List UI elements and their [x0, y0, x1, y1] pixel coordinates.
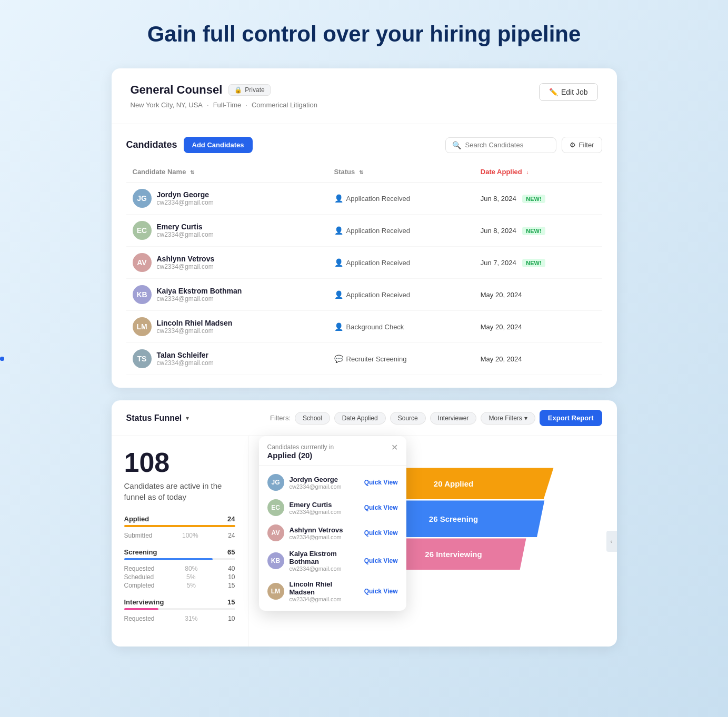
status-icon: 👤	[334, 194, 343, 203]
job-specialty: Commerical Litigation	[252, 101, 317, 109]
stat-sub-row: Completed 5% 15	[124, 581, 235, 590]
status-label: Recruiter Screening	[346, 355, 407, 363]
stat-sub-label: Completed	[124, 582, 155, 589]
candidates-title-row: Candidates Add Candidates	[126, 137, 253, 153]
table-row[interactable]: AV Ashlynn Vetrovs cw2334@gmail.com 👤 Ap…	[126, 247, 602, 279]
candidate-email: cw2334@gmail.com	[157, 263, 215, 270]
quick-view-button[interactable]: Quick View	[364, 529, 398, 537]
more-filters-chevron-icon: ▾	[524, 415, 527, 422]
more-filters-button[interactable]: More Filters ▾	[481, 412, 535, 425]
avatar: JG	[133, 189, 152, 208]
status-icon: 👤	[334, 290, 343, 299]
edit-job-button[interactable]: ✏️ Edit Job	[539, 83, 598, 101]
stat-label: Applied	[124, 515, 149, 523]
filter-button[interactable]: ⚙ Filter	[562, 137, 602, 153]
candidate-email: cw2334@gmail.com	[157, 199, 214, 206]
col-status[interactable]: Status ⇅	[328, 164, 474, 183]
candidate-info: Talan Schleifer cw2334@gmail.com	[157, 351, 214, 367]
candidates-section: Candidates Add Candidates 🔍 ⚙ Filter Can…	[112, 124, 617, 388]
candidate-name: Emery Curtis	[157, 223, 214, 231]
filter-tag-source[interactable]: Source	[390, 412, 426, 425]
date-cell: May 20, 2024	[474, 279, 602, 311]
popup-candidate-info: Kaiya Ekstrom Bothman cw2334@gmail.com	[290, 550, 359, 572]
popup-close-button[interactable]: ✕	[391, 443, 398, 452]
status-cell: 👤 Background Check	[334, 322, 468, 331]
candidate-cell: LM Lincoln Rhiel Madsen cw2334@gmail.com	[133, 317, 322, 336]
private-badge: 🔒 Private	[228, 84, 270, 96]
table-row[interactable]: LM Lincoln Rhiel Madsen cw2334@gmail.com…	[126, 311, 602, 343]
funnel-count: 108	[124, 449, 235, 476]
stat-sub-count: 40	[228, 565, 235, 572]
quick-view-button[interactable]: Quick View	[364, 588, 398, 595]
table-row[interactable]: KB Kaiya Ekstrom Bothman cw2334@gmail.co…	[126, 279, 602, 311]
popup-title: Applied (20)	[267, 451, 334, 460]
more-filters-label: More Filters	[488, 415, 522, 422]
candidate-cell: TS Talan Schleifer cw2334@gmail.com	[133, 349, 322, 368]
popup-list-item[interactable]: LM Lincoln Rhiel Madsen cw2334@gmail.com…	[259, 576, 406, 607]
job-location: New York City, NY, USA	[131, 101, 203, 109]
candidate-email: cw2334@gmail.com	[157, 359, 214, 367]
funnel-visual-area: Candidates currrently in Applied (20) ✕ …	[248, 436, 617, 647]
popup-list-item[interactable]: AV Ashlynn Vetrovs cw2334@gmail.com Quic…	[259, 520, 406, 546]
stat-sub-label: Requested	[124, 565, 155, 572]
popup-list-item[interactable]: KB Kaiya Ekstrom Bothman cw2334@gmail.co…	[259, 546, 406, 576]
candidates-section-title: Candidates	[126, 139, 177, 150]
popup-list-item[interactable]: EC Emery Curtis cw2334@gmail.com Quick V…	[259, 495, 406, 520]
search-input[interactable]	[465, 141, 550, 149]
filter-tag-date-applied[interactable]: Date Applied	[334, 412, 386, 425]
job-card: General Counsel 🔒 Private New York City,…	[112, 68, 617, 388]
candidate-cell: AV Ashlynn Vetrovs cw2334@gmail.com	[133, 253, 322, 272]
job-title: General Counsel	[131, 83, 223, 97]
col-date[interactable]: Date Applied ↓	[474, 164, 602, 183]
stat-count: 65	[227, 548, 235, 556]
stat-sub-row: Scheduled 5% 10	[124, 573, 235, 581]
filters-row: Filters: SchoolDate AppliedSourceIntervi…	[270, 410, 602, 426]
stat-sub-pct: 5%	[186, 573, 195, 581]
sort-date-icon: ↓	[526, 169, 528, 175]
quick-view-button[interactable]: Quick View	[364, 479, 398, 486]
quick-view-button[interactable]: Quick View	[364, 504, 398, 511]
status-label: Application Received	[346, 291, 410, 299]
col-name[interactable]: Candidate Name ⇅	[126, 164, 328, 183]
status-cell: 👤 Application Received	[334, 226, 468, 235]
export-report-button[interactable]: Export Report	[540, 410, 602, 426]
filter-label: Filter	[579, 141, 594, 149]
stat-group-header: Interviewing 15	[124, 598, 235, 606]
stat-sub-pct: 5%	[187, 582, 196, 589]
table-row[interactable]: TS Talan Schleifer cw2334@gmail.com 💬 Re…	[126, 343, 602, 375]
candidate-info: Emery Curtis cw2334@gmail.com	[157, 223, 214, 238]
add-candidates-button[interactable]: Add Candidates	[184, 137, 253, 153]
dot-separator-2: ·	[245, 101, 247, 109]
funnel-title-row: Status Funnel ▾	[126, 413, 190, 423]
job-type: Full-Time	[213, 101, 242, 109]
quick-view-button[interactable]: Quick View	[364, 557, 398, 564]
candidate-email: cw2334@gmail.com	[157, 327, 233, 335]
search-filter-row: 🔍 ⚙ Filter	[445, 137, 602, 153]
filter-tag-school[interactable]: School	[295, 412, 330, 425]
popup-candidate-email: cw2334@gmail.com	[290, 509, 359, 515]
popup-list-item[interactable]: JG Jordyn George cw2334@gmail.com Quick …	[259, 470, 406, 495]
stat-bar-container	[124, 558, 235, 560]
candidate-cell: KB Kaiya Ekstrom Bothman cw2334@gmail.co…	[133, 285, 322, 304]
table-row[interactable]: EC Emery Curtis cw2334@gmail.com 👤 Appli…	[126, 215, 602, 247]
candidate-cell: JG Jordyn George cw2334@gmail.com	[133, 189, 322, 208]
stat-bar	[124, 558, 213, 560]
candidate-info: Ashlynn Vetrovs cw2334@gmail.com	[157, 255, 215, 270]
funnel-body: 108 Candidates are active in the funnel …	[112, 436, 617, 647]
date-cell: Jun 8, 2024 NEW!	[474, 183, 602, 215]
scroll-handle[interactable]: ‹	[606, 531, 617, 552]
stat-sub-pct: 31%	[185, 615, 197, 622]
job-title-row: General Counsel 🔒 Private	[131, 83, 317, 97]
date-cell: May 20, 2024	[474, 343, 602, 375]
funnel-chevron-icon[interactable]: ▾	[186, 415, 189, 422]
status-cell: 💬 Recruiter Screening	[334, 355, 468, 363]
sort-name-icon: ⇅	[190, 169, 194, 175]
status-icon: 👤	[334, 258, 343, 267]
candidates-table: Candidate Name ⇅ Status ⇅ Date Applied ↓	[126, 164, 602, 375]
avatar: TS	[133, 349, 152, 368]
filter-tag-interviewer[interactable]: Interviewer	[430, 412, 477, 425]
stat-sub-count: 10	[228, 573, 235, 581]
popup-candidate-info: Emery Curtis cw2334@gmail.com	[290, 501, 359, 515]
table-row[interactable]: JG Jordyn George cw2334@gmail.com 👤 Appl…	[126, 183, 602, 215]
popup-candidate-name: Lincoln Rhiel Madsen	[290, 580, 359, 596]
